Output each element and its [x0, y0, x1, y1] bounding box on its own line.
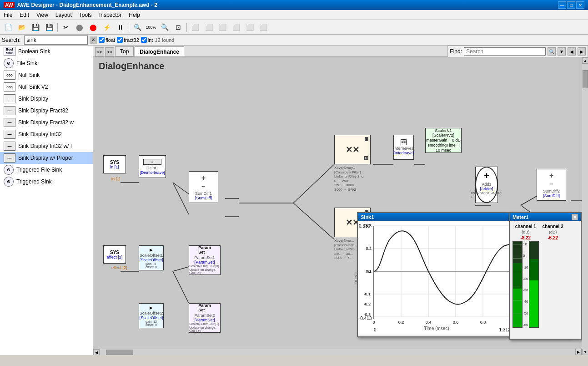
sidebar-item-null-sink[interactable]: 000 Null Sink	[0, 69, 93, 81]
open-button[interactable]: 📂	[15, 21, 28, 33]
zoom-fit-button[interactable]: ⊡	[172, 21, 185, 33]
sidebar-item-sink-display-int32wi[interactable]: — Sink Display Int32 w/ I	[0, 140, 93, 152]
ch1-label: channel 1	[515, 224, 536, 229]
close-button[interactable]: ✕	[576, 1, 584, 9]
y-max-label: 0.330	[359, 224, 370, 229]
block-sys-effect[interactable]: SYS effect [2]	[103, 245, 126, 264]
block-paramset1[interactable]: ParamSet ParamSet1 [ParamSet] ScalerN1.t…	[189, 245, 221, 275]
new-button[interactable]: 📄	[2, 21, 15, 33]
sidebar-item-triggered-file-sink[interactable]: ⊙ Triggered File Sink	[0, 164, 93, 176]
search-label: Search:	[2, 37, 22, 43]
maximize-button[interactable]: □	[567, 1, 575, 9]
align-right-button[interactable]: ⬜	[216, 21, 229, 33]
ch2-value: -6.22	[548, 235, 558, 240]
null-sink-label: Null Sink	[18, 72, 40, 78]
sidebar: BoolSink Boolean Sink ⊙ File Sink 000 Nu…	[0, 46, 93, 355]
zoom-100-button[interactable]: 100%	[145, 21, 157, 33]
sidebar-item-file-sink[interactable]: ⊙ File Sink	[0, 57, 93, 69]
align-left-button[interactable]: ⬜	[189, 21, 201, 33]
find-close-button[interactable]: ◀	[568, 47, 576, 56]
meter1-titlebar[interactable]: Meter1 ■	[510, 213, 581, 221]
scroll-thumb-h[interactable]	[106, 350, 133, 355]
svg-text:0: 0	[368, 269, 371, 274]
filter-fract32[interactable]: fract32	[117, 37, 139, 43]
block-scalernv2[interactable]: ScalerN1[ScalerNV2]masterGain = 0 dBsmoo…	[425, 128, 462, 153]
pause-button[interactable]: ⏸	[114, 21, 127, 33]
ch2-unit: (dB)	[549, 230, 557, 234]
ch1-unit: (dB)	[522, 230, 529, 234]
scroll-left-button[interactable]: ◀	[93, 349, 100, 355]
filter-int[interactable]: int	[141, 37, 153, 43]
block-xovernway1[interactable]: ✕✕ L H	[334, 135, 371, 164]
search-input[interactable]	[24, 36, 88, 45]
menu-edit[interactable]: Edit	[16, 11, 33, 19]
meter1-close-button[interactable]: ■	[572, 214, 578, 220]
stop-button[interactable]: ⬤	[73, 21, 86, 33]
scroll-thumb-v[interactable]	[583, 70, 588, 88]
menu-layout[interactable]: Layout	[52, 11, 75, 19]
scroll-up-button[interactable]: ▲	[582, 57, 588, 64]
align-center-button[interactable]: ⬜	[202, 21, 215, 33]
find-input[interactable]	[464, 47, 546, 56]
block-interleave2[interactable]: ≡≡ Interleave2 [Interleave]	[393, 135, 414, 160]
sink-display-fract32-icon: —	[4, 106, 15, 115]
scroll-down-button[interactable]: ▼	[582, 349, 588, 355]
zoom-in-button[interactable]: 🔍	[131, 21, 144, 33]
sink-display-proper-icon: —	[4, 153, 15, 163]
menu-help[interactable]: Help	[125, 11, 144, 19]
scroll-right-button[interactable]: ▶	[575, 349, 582, 355]
svg-text:0: 0	[372, 320, 375, 325]
menu-tools[interactable]: Tools	[75, 11, 95, 19]
sidebar-item-sink-display[interactable]: — Sink Display	[0, 93, 93, 105]
sidebar-item-sink-display-proper[interactable]: — Sink Display w/ Proper	[0, 152, 93, 164]
block-scaleoffset2[interactable]: ▶ ScaleOffset2 [ScaleOffset] gain: 12off…	[139, 303, 164, 328]
find-search-button[interactable]: 🔍	[548, 47, 556, 56]
block-paramset2[interactable]: ParamSet ParamSet2 [ParamSet] ScalerN1.t…	[189, 303, 221, 333]
sidebar-item-triggered-sink[interactable]: ⊙ Triggered Sink	[0, 176, 93, 188]
plot-svg: 0 0.2 0.4 0.6 0.8 1 0.3 0.2 0.1 0	[358, 221, 515, 335]
save-as-button[interactable]: 💾	[43, 21, 55, 33]
distribute-v-button[interactable]: ⬜	[257, 21, 270, 33]
block-sys-in[interactable]: SYS in [1]	[103, 155, 126, 173]
tab-top[interactable]: Top	[115, 46, 134, 56]
find-expand-button[interactable]: ▼	[558, 47, 566, 56]
sidebar-item-sink-display-int32[interactable]: — Sink Display Int32	[0, 128, 93, 140]
y-axis-label: Linear	[353, 272, 358, 285]
minimize-button[interactable]: —	[558, 1, 566, 9]
tab-nav-forward[interactable]: >>	[105, 47, 114, 56]
align-top-button[interactable]: ⬜	[230, 21, 242, 33]
block-deinterleave1[interactable]: ≡ Deint1 [Deinterleave]	[139, 155, 166, 178]
record-button[interactable]: ⬤	[87, 21, 100, 33]
tab-dialogenhance[interactable]: DialogEnhance	[135, 46, 184, 56]
menu-file[interactable]: File	[0, 11, 16, 19]
find-next-button[interactable]: ▶	[578, 47, 586, 56]
block-scaleoffset1[interactable]: ▶ ScaleOffset1 [ScaleOffset] gain: -8off…	[139, 245, 164, 270]
run-button[interactable]: ⚡	[101, 21, 113, 33]
tab-nav-back[interactable]: <<	[95, 47, 104, 56]
block-sumdiff1[interactable]: +− SumDiff1 [SumDiff]	[189, 171, 218, 203]
ch2-bar	[529, 241, 539, 328]
zoom-out-button[interactable]: 🔍	[158, 21, 171, 33]
window-title: AWE Designer - DialogEnhancement_Example…	[17, 2, 157, 8]
filter-float[interactable]: float	[99, 37, 115, 43]
search-clear-button[interactable]: ✕	[90, 36, 97, 44]
cut-button[interactable]: ✂	[60, 21, 72, 33]
svg-text:-0.2: -0.2	[363, 302, 371, 306]
menu-inspector[interactable]: Inspector	[95, 11, 125, 19]
xover2-label: XoverNwa...[CrossoverF...Linkwitz-Rile..…	[334, 239, 358, 260]
menu-view[interactable]: View	[33, 11, 52, 19]
sidebar-item-sink-display-fract32w[interactable]: — Sink Display Fract32 w	[0, 117, 93, 128]
boolean-sink-label: Boolean Sink	[18, 48, 50, 55]
distribute-h-button[interactable]: ⬜	[243, 21, 256, 33]
sidebar-item-boolean-sink[interactable]: BoolSink Boolean Sink	[0, 46, 93, 57]
save-button[interactable]: 💾	[29, 21, 42, 33]
svg-text:-0.1: -0.1	[363, 292, 371, 296]
main-layout: BoolSink Boolean Sink ⊙ File Sink 000 Nu…	[0, 46, 588, 355]
block-add1[interactable]: + Add1 [Adder] oneChannelOutput: 1	[475, 167, 498, 203]
sidebar-item-sink-display-fract32[interactable]: — Sink Display Fract32	[0, 105, 93, 117]
sidebar-item-null-sink-v2[interactable]: 000 Null Sink V2	[0, 81, 93, 93]
menu-bar: File Edit View Layout Tools Inspector He…	[0, 10, 588, 20]
canvas-area: DialogEnhance	[93, 57, 588, 355]
triggered-file-sink-label: Triggered File Sink	[16, 167, 62, 173]
block-sumdiff2[interactable]: +− SumDiff2 [SumDiff]	[537, 169, 566, 201]
